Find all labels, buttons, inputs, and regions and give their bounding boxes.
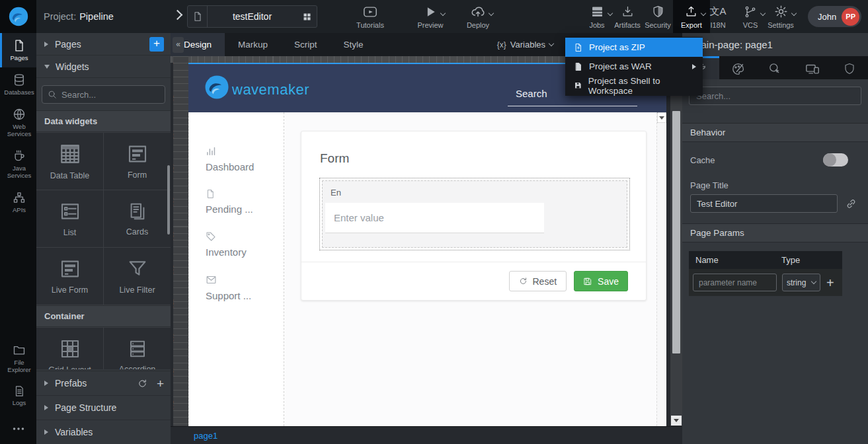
widgets-section-header[interactable]: Widgets [36, 56, 171, 78]
left-panel-scrollbar[interactable] [167, 165, 170, 235]
variables-section-header[interactable]: Variables [36, 420, 171, 444]
settings-button[interactable]: Settings [764, 0, 797, 33]
nav-item-support[interactable]: Support ... [189, 274, 284, 302]
menu-item-project-as-zip[interactable]: Project as ZIP [565, 38, 703, 57]
design-canvas-page[interactable]: wavemaker Search Dashboard Pending ... I… [188, 63, 666, 426]
menu-item-project-as-shell[interactable]: Project as Shell to Workspace [565, 76, 703, 95]
nav-item-pending[interactable]: Pending ... [189, 189, 284, 215]
database-icon [13, 73, 26, 87]
scrollbar-thumb[interactable] [672, 111, 680, 353]
param-name-input[interactable] [693, 274, 777, 291]
user-menu[interactable]: John PP [808, 6, 861, 27]
wavemaker-logo[interactable] [0, 0, 36, 33]
nav-item-inventory[interactable]: Inventory [189, 231, 284, 258]
sidebar-item-pages[interactable]: Pages [0, 33, 36, 67]
nav-item-dashboard[interactable]: Dashboard [189, 145, 284, 173]
i18n-button[interactable]: 文A I18N [703, 0, 732, 33]
sidebar-item-label: Pages [11, 55, 28, 62]
widget-live-form[interactable]: Live Form [36, 248, 103, 305]
scroll-down-button[interactable] [671, 416, 682, 426]
canvas-scrollbar[interactable] [670, 56, 682, 426]
behavior-section-header[interactable]: Behavior [682, 123, 868, 142]
properties-search-input[interactable] [690, 91, 861, 101]
jobs-label: Jobs [589, 21, 604, 29]
palette-icon [731, 62, 745, 76]
param-type-select[interactable]: string [782, 274, 820, 291]
deploy-button[interactable]: Deploy [459, 0, 497, 33]
preview-button[interactable]: Preview [410, 0, 451, 33]
cache-toggle[interactable] [823, 153, 848, 166]
chevron-down-icon[interactable] [489, 10, 494, 15]
widget-search-box[interactable] [42, 85, 165, 104]
prefabs-section-header[interactable]: Prefabs + [36, 371, 171, 395]
widget-label: Cards [126, 227, 148, 237]
more-options-button[interactable] [0, 412, 36, 444]
widget-search-input[interactable] [61, 90, 154, 100]
sidebar-item-databases[interactable]: Databases [0, 67, 36, 102]
tab-style[interactable]: Style [331, 33, 377, 56]
sidebar-item-file-explorer[interactable]: File Explorer [0, 338, 36, 379]
menu-item-label: Project as WAR [589, 61, 652, 71]
add-prefab-button[interactable]: + [157, 377, 164, 390]
add-param-button[interactable]: + [826, 276, 834, 289]
save-button[interactable]: Save [574, 271, 628, 291]
sidebar-item-web-services[interactable]: Web Services [0, 102, 36, 143]
form-field-label: En [331, 188, 341, 198]
page-structure-section-header[interactable]: Page Structure [36, 395, 171, 420]
reset-button[interactable]: Reset [509, 271, 567, 291]
widget-accordion[interactable]: Accordion [104, 328, 171, 369]
widget-form[interactable]: Form [104, 133, 171, 190]
tutorials-button[interactable]: Tutorials [350, 0, 390, 33]
widget-label: Live Filter [119, 285, 155, 295]
widget-cards[interactable]: Cards [104, 190, 171, 247]
sidebar-item-java-services[interactable]: Java Services [0, 143, 36, 185]
jobs-button[interactable]: Jobs [580, 0, 613, 33]
properties-search-box[interactable] [689, 87, 861, 105]
container-widgets-grid: Grid Layout Accordion [36, 327, 171, 369]
form-text-input[interactable] [325, 203, 544, 233]
grid-view-icon[interactable] [297, 12, 317, 22]
ruler-tick: 200 [173, 197, 175, 207]
chevron-down-icon [811, 279, 816, 284]
refresh-icon[interactable] [138, 379, 147, 388]
widget-grid-layout[interactable]: Grid Layout [36, 328, 103, 369]
sidebar-item-logs[interactable]: Logs [0, 379, 36, 412]
editor-tab-testeditor[interactable]: testEditor [187, 5, 317, 28]
variables-dropdown-button[interactable]: {x} Variables [497, 40, 553, 50]
page-params-section-header[interactable]: Page Params [682, 223, 868, 242]
page-title-row [682, 194, 868, 213]
tab-styles[interactable] [719, 56, 756, 79]
widget-live-filter[interactable]: Live Filter [104, 248, 171, 305]
collapse-panel-button[interactable]: « [173, 37, 184, 53]
project-name: Pipeline [79, 11, 114, 22]
grid-layout-icon [59, 338, 81, 359]
page-tab-page1[interactable]: page1 [194, 431, 217, 441]
widget-list[interactable]: List [36, 190, 103, 247]
bind-link-icon[interactable] [846, 198, 857, 209]
widget-data-table[interactable]: Data Table [36, 133, 103, 190]
widget-label: Data Table [50, 171, 90, 180]
security-button[interactable]: Security [640, 0, 676, 33]
page-inner-scrollbar[interactable] [656, 112, 666, 426]
form-widget-card[interactable]: Form En Reset Save [301, 131, 647, 301]
page-title-input[interactable] [690, 194, 838, 213]
form-fieldset[interactable]: En [319, 178, 630, 250]
tab-devices[interactable] [794, 56, 831, 79]
pages-section-header[interactable]: Pages + [36, 33, 171, 56]
vcs-button[interactable]: VCS [735, 0, 766, 33]
scroll-arrow-button[interactable] [657, 112, 666, 123]
tab-inspect[interactable] [756, 56, 793, 79]
tab-markup[interactable]: Markup [225, 33, 281, 56]
caret-right-icon [44, 429, 48, 435]
api-icon [13, 191, 26, 204]
menu-item-project-as-war[interactable]: Project as WAR [565, 57, 703, 76]
column-header-type: Type [779, 255, 800, 265]
sidebar-item-apis[interactable]: APIs [0, 185, 36, 219]
sidebar-item-label: File Explorer [3, 359, 36, 374]
add-page-button[interactable]: + [149, 37, 164, 52]
chevron-down-icon[interactable] [440, 10, 446, 15]
reset-label: Reset [533, 276, 557, 287]
chevron-down-icon[interactable] [791, 10, 796, 15]
tab-security[interactable] [831, 56, 868, 79]
tab-script[interactable]: Script [281, 33, 331, 56]
